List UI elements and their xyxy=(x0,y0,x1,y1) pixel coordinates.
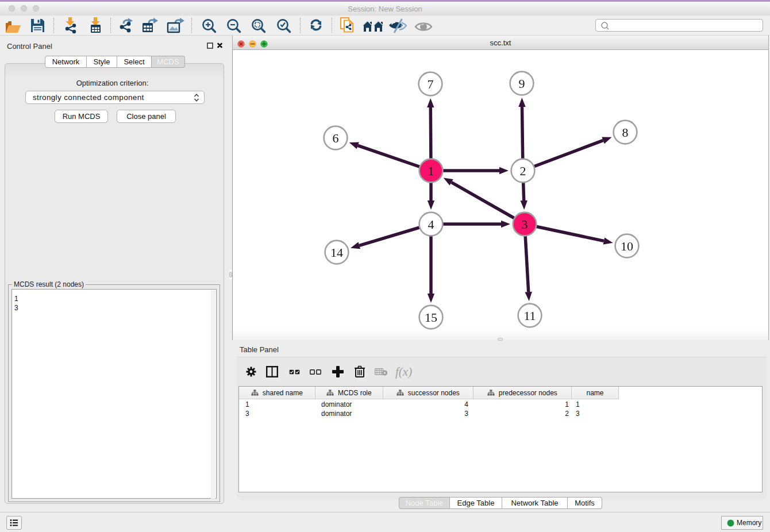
svg-text:15: 15 xyxy=(425,310,437,325)
svg-text:6: 6 xyxy=(333,131,339,145)
svg-text:8: 8 xyxy=(622,125,629,140)
svg-text:11: 11 xyxy=(523,309,536,323)
svg-text:3: 3 xyxy=(522,217,528,232)
svg-text:2: 2 xyxy=(520,164,526,178)
svg-text:4: 4 xyxy=(428,217,434,232)
svg-text:10: 10 xyxy=(621,239,633,253)
svg-text:14: 14 xyxy=(330,245,343,260)
svg-text:7: 7 xyxy=(428,77,434,91)
svg-text:9: 9 xyxy=(519,76,525,91)
svg-text:1: 1 xyxy=(428,164,434,178)
